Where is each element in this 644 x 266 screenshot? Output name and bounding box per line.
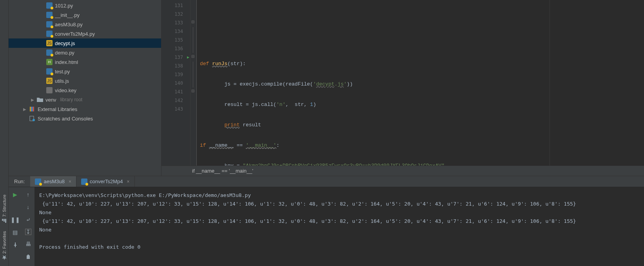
file-demo-py[interactable]: demo.py (9, 48, 161, 57)
console-output[interactable]: E:\PyWorkspace\venv\Scripts\python.exe E… (34, 187, 644, 266)
svg-rect-4 (30, 107, 31, 111)
project-tree[interactable]: 1012.py __init__.py aesM3u8.py converTs2… (9, 0, 161, 176)
rerun-icon[interactable]: ▶ (12, 191, 19, 198)
python-icon (35, 179, 41, 185)
pin-icon[interactable] (12, 241, 19, 248)
left-tool-rail: 7: Structure 2: Favorites (0, 0, 9, 266)
python-icon (46, 31, 53, 37)
pause-icon[interactable]: ❚❚ (12, 216, 19, 223)
folder-icon (37, 97, 43, 103)
file-index-html[interactable]: Hindex.html (9, 57, 161, 67)
code-line-131 (197, 19, 644, 27)
file-test-py[interactable]: test.py (9, 67, 161, 76)
key-icon (46, 87, 53, 93)
layout-icon[interactable]: ▤ (12, 229, 19, 236)
svg-rect-1 (4, 219, 5, 222)
code-line-136: print result (197, 121, 644, 129)
python-icon (46, 12, 53, 18)
library-icon (29, 106, 35, 112)
soft-wrap-icon[interactable]: ⤶ (25, 216, 32, 223)
editor: 131132133134135136137138139140141142143 … (161, 0, 644, 176)
breadcrumb-bar[interactable]: if __name__ == '__main__' (161, 166, 644, 176)
line-gutter[interactable]: 131132133134135136137138139140141142143 (161, 0, 190, 166)
scratches-consoles[interactable]: Scratches and Consoles (9, 114, 161, 123)
expand-icon[interactable]: ▶ (31, 98, 34, 102)
code-line-133: def runJs(str): (197, 60, 644, 68)
svg-marker-3 (2, 255, 7, 260)
scratch-icon (29, 115, 35, 122)
rail-structure-label: 7: Structure (2, 195, 7, 217)
right-margin-line (550, 0, 550, 166)
stop-icon[interactable] (12, 204, 19, 211)
code-line-134: js = execjs.compile(readFile('decypt.js'… (197, 80, 644, 89)
python-icon (46, 21, 53, 27)
file-1012-py[interactable]: 1012.py (9, 1, 161, 10)
external-libraries[interactable]: ▶ External Libraries (9, 104, 161, 114)
venv-folder[interactable]: ▶ venv library root (9, 95, 161, 104)
code-line-138: key = "Akmq2hpCJ9c+DBCnbRVgCjx93B5zFwcxQ… (197, 162, 644, 166)
file-decypt-js[interactable]: JSdecypt.js (9, 38, 161, 48)
run-tabs-bar: Run: aesM3u8 × converTs2Mp4 × (9, 176, 644, 187)
code-line-135: result = js.call('n', str, 1) (197, 100, 644, 109)
run-tool-window: Run: aesM3u8 × converTs2Mp4 × ▶ ❚❚ ▤ (9, 176, 644, 266)
breadcrumb-item[interactable]: if __name__ == '__main__' (192, 168, 253, 174)
file-converts2mp4-py[interactable]: converTs2Mp4.py (9, 29, 161, 38)
fold-gutter[interactable] (190, 0, 197, 166)
js-icon: JS (46, 40, 53, 46)
trash-icon[interactable] (25, 253, 32, 260)
up-icon[interactable]: ↑ (25, 191, 32, 198)
code-area[interactable]: def runJs(str): js = execjs.compile(read… (197, 0, 644, 166)
svg-rect-0 (5, 219, 6, 223)
run-label: Run: (9, 179, 30, 184)
python-icon (46, 49, 53, 56)
expand-icon[interactable]: ▶ (23, 107, 27, 111)
rail-favorites-label: 2: Favorites (2, 231, 7, 253)
python-icon (46, 68, 53, 75)
python-icon (46, 2, 53, 9)
svg-point-8 (33, 119, 35, 121)
html-icon: H (46, 59, 53, 65)
structure-icon (2, 219, 7, 223)
print-icon[interactable]: 🖶 (25, 240, 32, 248)
svg-rect-5 (31, 107, 33, 111)
file-init-py[interactable]: __init__.py (9, 10, 161, 20)
run-toolbar: ▶ ❚❚ ▤ ↑ ↓ ⤶ ↧ 🖶 (9, 187, 34, 266)
rail-favorites[interactable]: 2: Favorites (1, 227, 7, 264)
rail-structure[interactable]: 7: Structure (1, 191, 7, 227)
file-aesm3u8-py[interactable]: aesM3u8.py (9, 20, 161, 29)
star-icon (2, 255, 7, 260)
code-line-137: if __name__ == '__main__': (197, 141, 644, 150)
file-utils-js[interactable]: JSutils.js (9, 76, 161, 86)
svg-rect-2 (2, 219, 3, 221)
scroll-end-icon[interactable]: ↧ (25, 229, 31, 235)
down-icon[interactable]: ↓ (25, 204, 32, 211)
js-icon: JS (46, 78, 53, 84)
close-icon[interactable]: × (127, 179, 130, 184)
file-video-key[interactable]: video.key (9, 86, 161, 95)
run-tab-converts2mp4[interactable]: converTs2Mp4 × (76, 176, 135, 187)
code-line-132 (197, 39, 644, 48)
run-tab-aesm3u8[interactable]: aesM3u8 × (30, 176, 76, 187)
svg-rect-6 (33, 107, 34, 111)
library-root-hint: library root (60, 97, 82, 102)
close-icon[interactable]: × (69, 179, 71, 184)
python-icon (81, 179, 87, 185)
